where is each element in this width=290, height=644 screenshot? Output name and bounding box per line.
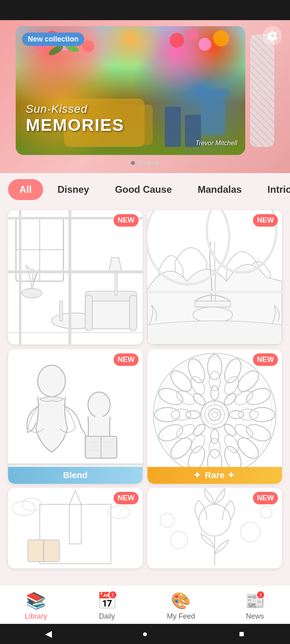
svg-point-66 <box>238 409 258 420</box>
svg-point-45 <box>153 353 276 476</box>
tab-intricates[interactable]: Intricates <box>256 179 290 200</box>
svg-point-62 <box>185 356 208 385</box>
svg-rect-17 <box>16 218 64 281</box>
carousel-dot-4[interactable] <box>155 161 159 165</box>
home-icon: ● <box>142 629 147 639</box>
image-card-forest[interactable]: NEW <box>147 210 282 345</box>
portrait-svg <box>8 349 143 484</box>
image-card-mandala[interactable]: NEW ✦ Rare ✦ <box>147 349 282 484</box>
status-bar <box>0 0 290 20</box>
mandala-svg <box>147 349 282 484</box>
rare-badge: ✦ Rare ✦ <box>147 467 282 484</box>
rare-star-icon-2: ✦ <box>227 470 234 480</box>
my-feed-icon-container: 🎨 <box>171 590 191 611</box>
svg-point-46 <box>157 357 272 472</box>
nav-my-feed-label: My Feed <box>167 612 195 621</box>
svg-rect-27 <box>130 295 137 330</box>
image-card-portrait[interactable]: NEW Blend <box>8 349 143 484</box>
bottom-nav: 📚 Library 📅 Daily 🎨 My Feed 📰 News <box>0 585 290 624</box>
tab-good-cause[interactable]: Good Cause <box>104 179 183 200</box>
svg-rect-26 <box>85 295 93 330</box>
svg-point-69 <box>209 438 220 458</box>
android-home-button[interactable]: ● <box>137 626 153 642</box>
news-notification <box>256 590 265 599</box>
svg-point-48 <box>222 356 244 385</box>
recents-icon: ■ <box>239 629 244 639</box>
carousel-dot-3[interactable] <box>147 161 151 165</box>
svg-point-63 <box>209 371 220 391</box>
banner-carousel[interactable]: New collection Sun-Kissed MEMORIES Trevo… <box>0 26 290 155</box>
news-icon-container: 📰 <box>245 590 265 611</box>
tab-all[interactable]: All <box>8 179 43 200</box>
rare-star-icon: ✦ <box>193 470 201 480</box>
svg-marker-29 <box>109 258 122 271</box>
daily-icon-container: 📅 <box>97 590 117 611</box>
svg-point-75 <box>211 386 219 400</box>
nav-daily[interactable]: 📅 Daily <box>97 590 117 621</box>
tab-mandalas[interactable]: Mandalas <box>186 179 253 200</box>
nav-library[interactable]: 📚 Library <box>25 590 47 621</box>
line-art-mandala <box>147 349 282 484</box>
android-recents-button[interactable]: ■ <box>234 626 250 642</box>
image-card-forest-inner <box>147 210 282 345</box>
svg-point-35 <box>88 392 110 417</box>
new-badge-mandala: NEW <box>253 353 278 366</box>
svg-rect-22 <box>60 301 63 321</box>
svg-rect-24 <box>85 297 137 329</box>
daily-notification <box>108 590 117 599</box>
line-art-interior <box>8 210 143 345</box>
svg-point-50 <box>244 385 273 408</box>
nav-news[interactable]: 📰 News <box>245 590 265 621</box>
svg-line-94 <box>205 405 213 413</box>
banner-author: Trevor Mitchell <box>195 140 237 147</box>
forest-svg <box>147 210 282 345</box>
nav-my-feed[interactable]: 🎨 My Feed <box>167 590 195 621</box>
image-card-floral[interactable]: NEW <box>147 488 282 568</box>
banner-background: New collection Sun-Kissed MEMORIES Trevo… <box>16 26 245 155</box>
new-badge-floral: NEW <box>253 492 278 504</box>
svg-rect-16 <box>197 89 229 97</box>
tab-disney[interactable]: Disney <box>46 179 101 200</box>
settings-button[interactable] <box>263 26 282 45</box>
image-card-portrait-inner <box>8 349 143 484</box>
new-badge-forest: NEW <box>253 214 278 227</box>
svg-line-90 <box>217 417 224 424</box>
svg-point-11 <box>199 38 211 51</box>
new-badge-interior: NEW <box>114 214 139 227</box>
banner-subtitle: Sun-Kissed <box>26 103 124 116</box>
banner-peek <box>250 34 274 147</box>
category-tabs[interactable]: All Disney Good Cause Mandalas Intricate… <box>0 173 290 206</box>
svg-point-21 <box>52 313 99 328</box>
banner-title: Sun-Kissed MEMORIES <box>26 103 124 135</box>
svg-line-88 <box>217 405 224 413</box>
banner-main[interactable]: New collection Sun-Kissed MEMORIES Trevo… <box>16 26 245 155</box>
svg-point-86 <box>212 412 218 417</box>
image-card-building[interactable]: NEW <box>8 488 143 568</box>
svg-point-58 <box>156 421 185 444</box>
nav-news-label: News <box>246 612 264 621</box>
android-back-button[interactable]: ◀ <box>40 626 56 642</box>
svg-point-8 <box>82 40 94 52</box>
nav-daily-label: Daily <box>99 612 115 621</box>
svg-point-52 <box>244 421 273 444</box>
new-badge-portrait: NEW <box>114 353 139 366</box>
gear-icon <box>267 30 278 41</box>
svg-rect-23 <box>88 301 91 321</box>
banner-peek-lines <box>250 34 274 147</box>
svg-point-12 <box>213 30 229 46</box>
library-icon: 📚 <box>26 591 46 610</box>
back-icon: ◀ <box>45 629 52 639</box>
carousel-dot-2[interactable] <box>139 161 143 165</box>
carousel-dot-1[interactable] <box>131 161 135 165</box>
image-card-interior[interactable]: NEW <box>8 210 143 345</box>
nav-library-label: Library <box>25 612 47 621</box>
svg-rect-25 <box>85 291 137 301</box>
svg-point-81 <box>186 411 200 419</box>
svg-point-77 <box>229 411 243 419</box>
svg-point-34 <box>38 365 66 397</box>
android-nav-bar: ◀ ● ■ <box>0 624 290 644</box>
my-feed-icon: 🎨 <box>171 591 191 610</box>
new-badge-building: NEW <box>114 492 139 504</box>
new-collection-badge: New collection <box>22 33 84 46</box>
svg-point-79 <box>211 429 219 443</box>
